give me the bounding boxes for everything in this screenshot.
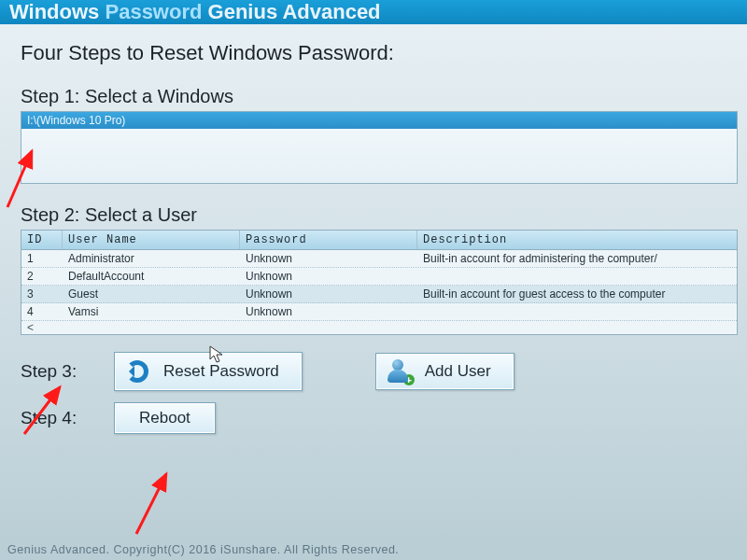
cell-id: 2 xyxy=(21,268,63,285)
col-pass[interactable]: Password xyxy=(240,231,417,249)
cell-user: DefaultAccount xyxy=(63,268,240,285)
add-user-label: Add User xyxy=(425,362,491,381)
col-user[interactable]: User Name xyxy=(63,231,240,249)
annotation-arrow-2-icon xyxy=(17,378,82,443)
step1-label: Step 1: Select a Windows xyxy=(21,86,738,107)
title-word-2: Password xyxy=(105,0,202,23)
cell-id: 3 xyxy=(21,286,63,302)
cell-pass: Unknown xyxy=(240,286,417,302)
footer-copyright: Genius Advanced. Copyright(C) 2016 iSuns… xyxy=(7,543,399,556)
col-desc[interactable]: Description xyxy=(417,231,737,249)
cell-user: Guest xyxy=(63,286,240,302)
add-user-icon: + xyxy=(386,359,412,384)
table-row[interactable]: 4 Vamsi Unknown xyxy=(21,303,737,321)
cell-desc xyxy=(417,268,737,285)
cell-pass: Unknown xyxy=(240,303,417,320)
cell-user: Administrator xyxy=(63,250,240,267)
reboot-label: Reboot xyxy=(139,409,190,427)
windows-list-item[interactable]: I:\(Windows 10 Pro) xyxy=(21,112,737,129)
cell-pass: Unknown xyxy=(240,250,417,267)
cell-desc: Built-in account for guest access to the… xyxy=(417,286,737,302)
windows-list[interactable]: I:\(Windows 10 Pro) xyxy=(21,111,738,184)
refresh-icon xyxy=(124,358,150,385)
table-row[interactable]: 3 Guest Unknown Built-in account for gue… xyxy=(21,286,737,303)
step2-label: Step 2: Select a User xyxy=(21,204,738,226)
table-row[interactable]: 1 Administrator Unknown Built-in account… xyxy=(21,250,737,268)
scroll-hint[interactable]: < xyxy=(21,321,737,334)
cell-desc xyxy=(417,303,737,320)
reset-password-label: Reset Password xyxy=(163,362,279,381)
table-row[interactable]: 2 DefaultAccount Unknown xyxy=(21,268,737,286)
title-word-1: Windows xyxy=(9,0,99,23)
col-id[interactable]: ID xyxy=(21,231,63,249)
annotation-arrow-3-icon xyxy=(129,467,194,541)
cell-desc: Built-in account for administering the c… xyxy=(417,250,737,267)
user-table[interactable]: ID User Name Password Description 1 Admi… xyxy=(21,230,738,335)
cell-id: 1 xyxy=(21,250,63,267)
cell-user: Vamsi xyxy=(63,303,240,320)
user-table-header: ID User Name Password Description xyxy=(21,231,737,250)
add-user-button[interactable]: + Add User xyxy=(375,353,514,390)
reboot-button[interactable]: Reboot xyxy=(114,402,216,434)
cell-id: 4 xyxy=(21,303,63,320)
app-titlebar: Windows Password Genius Advanced xyxy=(0,0,747,24)
page-heading: Four Steps to Reset Windows Password: xyxy=(21,41,738,65)
cell-pass: Unknown xyxy=(240,268,417,285)
reset-password-button[interactable]: Reset Password xyxy=(114,352,303,391)
title-word-3: Genius Advanced xyxy=(208,0,381,23)
annotation-arrow-1-icon xyxy=(0,140,62,215)
